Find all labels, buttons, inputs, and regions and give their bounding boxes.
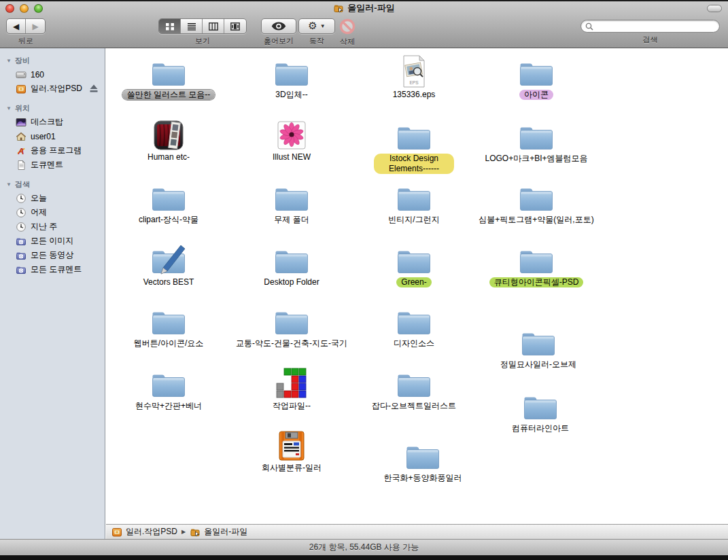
gear-icon: ⚙ <box>308 21 317 31</box>
action-label: 동작 <box>309 36 324 46</box>
path-item[interactable]: 올일러-파일 <box>190 526 247 538</box>
sidebar-item[interactable]: user01 <box>0 129 105 143</box>
clock-icon <box>16 222 27 232</box>
file-label: 3D입체-- <box>271 90 312 100</box>
search-field[interactable] <box>580 20 720 33</box>
quicklook-button[interactable] <box>261 18 296 34</box>
sidebar-item[interactable]: 도큐멘트 <box>0 158 105 172</box>
folder-icon <box>150 305 187 336</box>
sidebar-item-label: 지난 주 <box>31 221 57 232</box>
file-label: 잡다-오브젝트일러스트 <box>367 401 461 411</box>
file-item[interactable]: 웹버튼/아이콘/요소 <box>106 305 231 349</box>
file-label: 135336.eps <box>388 90 440 100</box>
view-group: 보기 <box>158 18 247 46</box>
file-label: 빈티지/그런지 <box>383 215 444 225</box>
applications-icon: A <box>16 145 27 156</box>
file-item[interactable]: Vectors BEST <box>106 244 231 287</box>
file-item[interactable]: 컴퓨터라인아트 <box>478 390 603 434</box>
file-label: Green- <box>396 277 431 287</box>
navigation-group: ◀ ▶ 뒤로 <box>6 18 46 46</box>
file-item[interactable]: 3D입체-- <box>229 56 354 100</box>
file-label: 무제 폴더 <box>269 215 313 225</box>
coverflow-view-button[interactable] <box>224 19 246 33</box>
sidebar-item[interactable]: 일러.작업PSD <box>0 82 105 96</box>
file-item[interactable]: 디자인소스 <box>351 305 476 349</box>
sidebar-section-title: 장비 <box>15 56 30 66</box>
file-name: Desktop Folder <box>259 277 324 287</box>
delete-button[interactable] <box>337 18 358 35</box>
file-item[interactable]: Human etc- <box>106 119 231 162</box>
file-label: Illust NEW <box>268 152 315 162</box>
quicklook-label: 훑어보기 <box>264 36 294 46</box>
column-view-button[interactable] <box>203 19 224 33</box>
sidebar-section-title: 위치 <box>15 103 30 113</box>
file-label: Desktop Folder <box>259 277 324 287</box>
sidebar-item[interactable]: 어제 <box>0 205 105 220</box>
file-item[interactable]: 무제 폴더 <box>229 181 354 225</box>
file-name: 쓸만한 일러스트 모음-- <box>122 90 215 100</box>
flower-icon <box>277 119 307 150</box>
folder-icon <box>404 440 441 471</box>
sidebar-item-label: 모든 도큐멘트 <box>31 264 82 275</box>
folder-icon <box>396 368 432 399</box>
sidebar-item[interactable]: 데스크탑 <box>0 115 105 129</box>
toolbar-toggle-button[interactable] <box>707 5 722 12</box>
file-label: 컴퓨터라인아트 <box>507 423 574 434</box>
folder-icon <box>273 305 310 336</box>
search-icon <box>585 22 593 31</box>
file-item[interactable]: Istock Design Elements------ <box>351 120 476 174</box>
file-item[interactable]: 쓸만한 일러스트 모음-- <box>106 56 231 100</box>
disclosure-triangle-icon[interactable]: ▼ <box>6 181 12 188</box>
file-item[interactable]: 잡다-오브젝트일러스트 <box>351 368 476 411</box>
sidebar-item[interactable]: 모든 동영상 <box>0 248 105 262</box>
disclosure-triangle-icon[interactable]: ▼ <box>6 58 12 64</box>
eject-icon[interactable] <box>89 84 99 93</box>
title-bar[interactable]: 올일러-파일 <box>0 1 728 15</box>
view-label: 보기 <box>195 36 210 46</box>
sidebar-item[interactable]: 160 <box>0 67 105 82</box>
list-view-button[interactable] <box>181 19 203 33</box>
folder-icon <box>396 181 432 213</box>
file-item[interactable]: LOGO+마크+BI+엠블럼모음 <box>474 120 599 164</box>
disclosure-triangle-icon[interactable]: ▼ <box>6 105 12 111</box>
folder-icon <box>150 56 187 88</box>
sidebar-item-label: 모든 동영상 <box>31 249 73 261</box>
chevron-down-icon: ▼ <box>320 23 326 29</box>
file-name: 정밀묘사일러-오브제 <box>496 360 581 370</box>
file-item[interactable]: 빈티지/그런지 <box>351 181 476 225</box>
file-item[interactable]: 작업파일-- <box>229 368 354 411</box>
file-item[interactable]: 정밀묘사일러-오브제 <box>476 326 601 370</box>
file-item[interactable]: Desktop Folder <box>229 244 354 287</box>
folder-pen-icon <box>150 244 187 275</box>
sidebar-item[interactable]: 모든 이미지 <box>0 234 105 248</box>
sidebar-item[interactable]: A응용 프로그램 <box>0 143 105 158</box>
sidebar-item[interactable]: 오늘 <box>0 191 105 205</box>
file-item[interactable]: clipart-장식-약물 <box>106 181 231 225</box>
file-item[interactable]: EPS135336.eps <box>351 56 476 100</box>
file-item[interactable]: Illust NEW <box>229 119 354 162</box>
sidebar-item[interactable]: 지난 주 <box>0 220 105 234</box>
file-item[interactable]: Green- <box>351 244 476 287</box>
sidebar-item[interactable]: 모든 도큐멘트 <box>0 262 105 277</box>
forward-arrow-icon: ▶ <box>32 22 38 31</box>
file-item[interactable]: 아이콘 <box>474 56 599 100</box>
file-item[interactable]: 회사별분류-일러 <box>229 430 354 473</box>
file-item[interactable]: 현수막+간판+베너 <box>106 368 231 411</box>
file-item[interactable]: 한국화+동양화풍일러 <box>360 440 485 483</box>
file-item[interactable]: 큐티형아이콘픽셀-PSD <box>474 244 599 287</box>
file-name: 빈티지/그런지 <box>383 215 444 225</box>
icon-view-button[interactable] <box>159 19 181 33</box>
file-name: 무제 폴더 <box>269 215 313 225</box>
search-input[interactable] <box>596 22 715 31</box>
file-grid[interactable]: 쓸만한 일러스트 모음--3D입체--EPS135336.eps아이콘Human… <box>106 48 728 524</box>
back-button[interactable]: ◀ <box>7 19 26 33</box>
path-item[interactable]: 일러.작업PSD <box>111 526 177 538</box>
coverflow-view-icon <box>230 22 240 31</box>
file-item[interactable]: 교통-약도-건물-건축-지도-국기 <box>229 305 354 349</box>
forward-button[interactable]: ▶ <box>26 19 45 33</box>
file-label: clipart-장식-약물 <box>134 215 203 225</box>
file-item[interactable]: 심볼+픽토그램+약물(일러,포토) <box>474 181 599 225</box>
folder-icon <box>150 368 187 399</box>
action-button[interactable]: ⚙ ▼ <box>298 18 335 34</box>
sidebar-item-label: 오늘 <box>31 192 47 204</box>
